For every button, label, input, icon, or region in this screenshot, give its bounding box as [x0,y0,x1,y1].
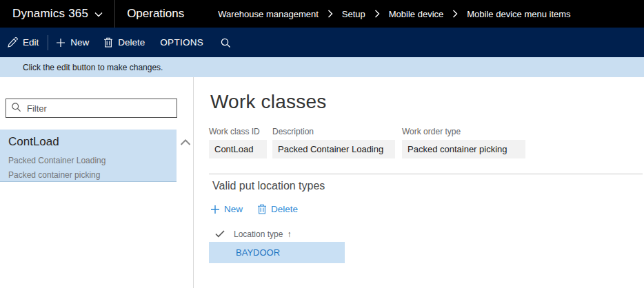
field-label: Description [272,127,395,136]
grid-row-baydoor[interactable]: BAYDOOR [209,242,345,263]
grid-delete-button[interactable]: Delete [257,204,298,214]
chevron-right-icon [328,10,333,18]
grid-delete-label: Delete [271,204,298,214]
page-title: Work classes [210,91,326,113]
field-label: Work order type [402,127,525,136]
plus-icon [56,38,66,48]
grid-cell-location-type: BAYDOOR [236,247,280,258]
chevron-right-icon [452,10,458,18]
list-item-work-order-type: Packed container picking [8,168,177,183]
new-button[interactable]: New [56,37,89,48]
grid-new-button[interactable]: New [210,204,243,214]
delete-button[interactable]: Delete [103,37,145,48]
field-work-order-type: Work order type Packed container picking [402,127,525,158]
search-icon [11,102,21,115]
breadcrumb-warehouse-management[interactable]: Warehouse management [218,9,319,19]
column-header-location-type[interactable]: Location type [234,229,283,239]
list-item-title: ContLoad [8,135,177,149]
field-description: Description Packed Container Loading [272,127,395,158]
search-icon [220,37,231,48]
field-value-work-class-id[interactable]: ContLoad [209,140,267,158]
grid-toolbar: New Delete [210,204,298,214]
breadcrumb-mobile-device-menu-items[interactable]: Mobile device menu items [467,9,570,19]
commandbar-divider [48,35,48,50]
breadcrumb-setup[interactable]: Setup [342,9,365,19]
top-navigation-bar: Dynamics 365 Operations Warehouse manage… [0,0,644,28]
filter-box [6,99,177,118]
field-value-work-order-type[interactable]: Packed container picking [402,140,525,158]
grid-header-row: Location type ↑ [209,228,291,240]
options-menu[interactable]: OPTIONS [160,37,203,48]
info-message-text: Click the edit button to make changes. [23,63,163,72]
pencil-icon [7,37,18,48]
section-divider [209,174,643,174]
trash-icon [257,204,267,214]
trash-icon [103,37,113,48]
list-item-contload[interactable]: ContLoad Packed Container Loading Packed… [0,130,177,182]
plus-icon [210,205,220,214]
edit-button-label: Edit [23,37,39,48]
new-button-label: New [70,37,89,48]
options-label: OPTIONS [160,37,203,48]
field-label: Work class ID [209,127,267,136]
delete-button-label: Delete [118,37,145,48]
app-name[interactable]: Operations [127,7,184,21]
chevron-right-icon [374,10,380,18]
breadcrumb-mobile-device[interactable]: Mobile device [389,9,444,19]
breadcrumb: Warehouse management Setup Mobile device… [218,9,570,19]
product-name: Dynamics 365 [12,7,88,21]
command-search-button[interactable] [220,37,231,48]
command-bar: Edit New Delete OPTIONS [0,28,644,57]
sort-ascending-icon[interactable]: ↑ [287,229,291,239]
chevron-down-icon [94,7,103,21]
filter-input[interactable] [27,103,158,114]
record-list-panel: ContLoad Packed Container Loading Packed… [0,77,194,288]
list-item-description: Packed Container Loading [8,154,177,168]
main-content: Work classes Work class ID ContLoad Desc… [194,77,644,288]
info-message-bar: Click the edit button to make changes. [0,57,644,77]
select-column-check-icon[interactable] [215,228,225,240]
field-work-class-id: Work class ID ContLoad [209,127,267,158]
dynamics-365-menu[interactable]: Dynamics 365 [12,7,103,21]
edit-button[interactable]: Edit [7,37,39,48]
section-title: Valid put location types [212,180,325,192]
grid-new-label: New [224,204,243,214]
topbar-divider [114,0,115,28]
scroll-up-icon[interactable] [180,136,191,143]
field-value-description[interactable]: Packed Container Loading [272,140,395,158]
